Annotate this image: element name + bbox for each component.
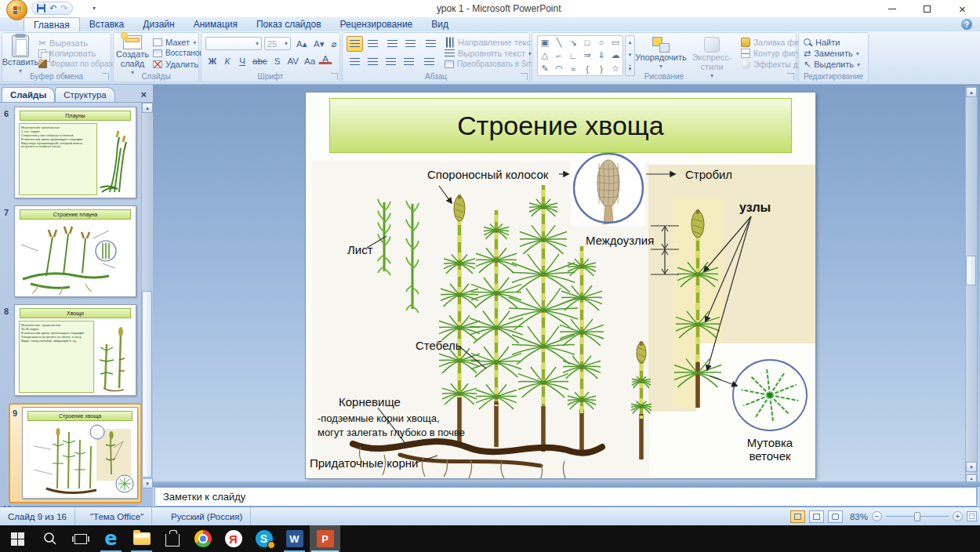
shape-icon[interactable]: ⇒ — [580, 49, 594, 62]
clipboard-dialog-launcher[interactable] — [102, 73, 109, 80]
tab-slides-thumbnails[interactable]: Слайды — [2, 87, 55, 102]
skype-button[interactable]: S — [249, 525, 279, 552]
font-dialog-launcher[interactable] — [331, 73, 338, 80]
shape-icon[interactable]: ↘ — [566, 36, 580, 49]
scroll-down-icon[interactable]: ▾ — [966, 462, 977, 472]
notes-splitter[interactable] — [153, 481, 980, 487]
fit-slide-button[interactable] — [967, 511, 977, 521]
scrollbar-thumb[interactable] — [142, 291, 152, 478]
shape-icon[interactable]: △ — [538, 49, 552, 62]
undo-button[interactable]: ↶ — [49, 3, 56, 13]
delete-slide-button[interactable]: Удалить — [153, 60, 198, 69]
change-case-button[interactable]: Aa — [302, 54, 318, 68]
label-strobilus[interactable]: Стробил — [685, 168, 732, 181]
label-internodes[interactable]: Междоузлия — [586, 234, 654, 247]
yandex-button[interactable]: Я — [218, 525, 249, 552]
slide-title-box[interactable]: Строение хвоща — [329, 98, 792, 153]
label-spore-spike[interactable]: Спороносный колосок — [427, 168, 548, 181]
shape-icon[interactable]: ▣ — [538, 36, 552, 49]
tab-slideshow[interactable]: Показ слайдов — [247, 17, 331, 31]
scroll-up-icon[interactable]: ▴ — [142, 103, 153, 113]
shape-icon[interactable]: ☁ — [608, 49, 622, 62]
bold-button[interactable]: Ж — [205, 54, 220, 68]
align-center-button[interactable] — [365, 54, 381, 70]
save-icon[interactable] — [37, 4, 45, 13]
slide-thumbnail-8[interactable]: Хвощи Многолетние, травянистые 30-35 вид… — [14, 304, 136, 396]
zoom-in-button[interactable]: + — [953, 511, 963, 521]
decrease-indent-button[interactable] — [384, 36, 401, 52]
underline-button[interactable]: Ч — [235, 54, 249, 68]
start-button[interactable] — [0, 525, 34, 552]
text-direction-button[interactable]: Направление текста▾ — [445, 38, 546, 47]
editor-scrollbar[interactable]: ▴ ▾ ▴▴ ▾▾ — [965, 86, 978, 505]
replace-button[interactable]: ⇄Заменить▾ — [804, 49, 859, 58]
italic-button[interactable]: К — [220, 54, 234, 68]
line-spacing-button[interactable] — [423, 36, 439, 52]
font-size-combo[interactable]: 25▾ — [264, 37, 291, 50]
font-name-combo[interactable]: ▾ — [205, 37, 262, 50]
text-shadow-button[interactable]: S — [270, 54, 285, 68]
align-text-button[interactable]: Выровнять текст▾ — [445, 49, 532, 58]
bullets-button[interactable] — [347, 36, 363, 52]
shape-icon[interactable]: ○ — [594, 36, 608, 49]
select-button[interactable]: ↖Выделить▾ — [804, 60, 860, 69]
tab-design[interactable]: Дизайн — [133, 17, 183, 31]
search-button[interactable] — [34, 525, 65, 552]
clear-formatting-button[interactable]: ⌀ — [327, 37, 341, 51]
tab-animation[interactable]: Анимация — [184, 17, 247, 31]
font-color-button[interactable]: А — [318, 54, 332, 64]
tab-home[interactable]: Главная — [24, 17, 80, 31]
strikethrough-button[interactable]: abc — [250, 54, 270, 68]
paragraph-dialog-launcher[interactable] — [521, 73, 528, 80]
tab-view[interactable]: Вид — [422, 17, 458, 31]
tab-outline[interactable]: Структура — [55, 87, 115, 102]
shape-icon[interactable]: ⇓ — [594, 49, 608, 62]
close-button[interactable]: × — [945, 0, 980, 17]
shape-icon[interactable]: ∟ — [566, 49, 580, 62]
shapes-gallery[interactable]: ▣ ╲ ↘ □ ○ ▭ △ ⌐ ∟ ⇒ ⇓ ☁ ✎ ◠ ≈ { } ☆ — [537, 35, 623, 76]
align-right-button[interactable] — [383, 54, 399, 70]
zoom-slider[interactable] — [886, 511, 949, 521]
slideshow-button[interactable] — [828, 510, 843, 523]
label-rh izome[interactable]: Корневище — [339, 395, 401, 409]
scroll-down-icon[interactable]: ▾ — [142, 478, 153, 488]
label-adventitious-roots[interactable]: Придаточные корни — [310, 456, 418, 470]
slide-sorter-button[interactable] — [809, 510, 824, 523]
file-explorer-button[interactable] — [126, 525, 157, 552]
shape-icon[interactable]: ⌐ — [552, 49, 566, 62]
label-nodes[interactable]: узлы — [739, 201, 771, 215]
paste-button[interactable]: Вставить▾ — [5, 35, 35, 76]
edge-button[interactable]: e — [96, 525, 126, 552]
justify-button[interactable] — [401, 54, 417, 70]
slide-thumbnail-6[interactable]: Плауны Многолетние травянистые 1 тыс. ви… — [14, 107, 136, 198]
shrink-font-button[interactable]: А▾ — [311, 37, 326, 51]
qat-customize-button[interactable]: ▾ — [93, 5, 96, 12]
label-leaf[interactable]: Лист — [347, 243, 373, 256]
restore-button[interactable] — [909, 0, 945, 17]
minimize-button[interactable] — [874, 0, 909, 17]
store-button[interactable] — [157, 525, 187, 552]
increase-indent-button[interactable] — [402, 36, 419, 52]
align-left-button[interactable] — [347, 54, 363, 70]
office-button[interactable] — [6, 0, 27, 20]
redo-button[interactable]: ↷ — [60, 3, 67, 13]
format-painter-button[interactable]: Формат по образцу — [38, 60, 121, 68]
notes-panel[interactable]: Заметки к слайду — [154, 487, 977, 507]
layout-button[interactable]: Макет▾ — [153, 38, 196, 47]
cut-button[interactable]: ✂Вырезать — [38, 38, 88, 49]
slides-pane-scrollbar[interactable]: ▴ ▾ — [141, 103, 152, 488]
zoom-out-button[interactable]: − — [872, 511, 882, 521]
scrollbar-thumb[interactable] — [966, 256, 976, 285]
help-button[interactable]: ? — [961, 19, 972, 30]
slide-thumbnail-7[interactable]: Строение плауна — [14, 205, 136, 297]
copy-button[interactable]: Копировать — [38, 49, 96, 58]
columns-button[interactable] — [421, 54, 437, 70]
tab-review[interactable]: Рецензирование — [331, 17, 423, 31]
slide-canvas[interactable]: Строение хвоща Спороносный колосок Строб… — [306, 93, 815, 478]
shapes-gallery-scroll[interactable]: ▴▾▾ — [625, 35, 635, 76]
grow-font-button[interactable]: А▴ — [294, 37, 309, 51]
tab-insert[interactable]: Вставка — [80, 17, 134, 31]
numbering-button[interactable] — [365, 36, 381, 52]
label-whorl[interactable]: Мутовка веточек — [735, 436, 804, 463]
normal-view-button[interactable] — [790, 510, 805, 523]
